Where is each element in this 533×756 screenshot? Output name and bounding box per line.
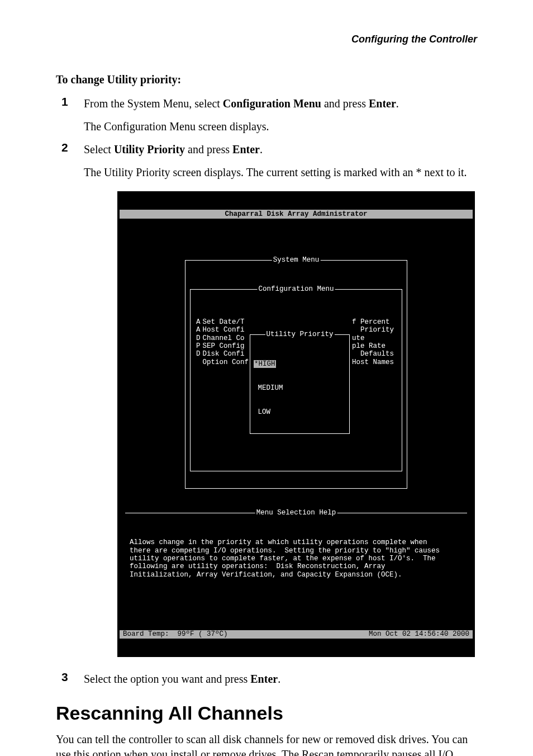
body-paragraph: You can tell the controller to scan all … — [56, 732, 477, 757]
step-1: 1 From the System Menu, select Configura… — [56, 96, 477, 134]
priority-option-high[interactable]: *HIGH — [254, 360, 276, 368]
step-number: 1 — [61, 95, 68, 108]
key-name: Enter — [369, 97, 396, 110]
step-result: The Utility Priority screen displays. Th… — [84, 165, 477, 180]
key-name: Enter — [232, 143, 260, 155]
priority-option-medium[interactable]: MEDIUM — [254, 384, 346, 392]
step-number: 3 — [61, 670, 68, 684]
menu-name: Utility Priority — [114, 143, 185, 155]
page-header: Configuring the Controller — [56, 34, 477, 45]
step-text: and press — [321, 97, 369, 110]
help-text: Allows change in the priority at which u… — [130, 538, 463, 579]
priority-option-low[interactable]: LOW — [254, 408, 346, 416]
utility-priority-label: Utility Priority — [265, 330, 335, 338]
key-name: Enter — [250, 673, 278, 685]
terminal-title: Chaparral Disk Array Administrator — [120, 210, 473, 219]
board-temp: Board Temp: 99ºF ( 37ºC) — [123, 630, 228, 638]
step-text: From the System Menu, select — [84, 97, 223, 110]
section-heading: Rescanning All Channels — [56, 702, 477, 724]
step-2: 2 Select Utility Priority and press Ente… — [56, 142, 477, 657]
system-menu-label: System Menu — [272, 256, 321, 264]
partial-right-col: f Percent Priority ute ple Rate Defaults… — [350, 318, 394, 450]
step-text: . — [260, 143, 263, 155]
step-result: The Configuration Menu screen displays. — [84, 119, 477, 134]
step-text: . — [396, 97, 399, 110]
procedure-title: To change Utility priority: — [56, 73, 477, 86]
configuration-menu-box: Configuration Menu A A D P D Set Date/T … — [190, 289, 402, 471]
menu-name: Configuration Menu — [223, 97, 321, 110]
step-text: Select the option you want and press — [84, 673, 250, 685]
config-menu-items: Set Date/T Host Confi Channel Co SEP Con… — [203, 318, 250, 450]
help-box: Menu Selection Help Allows change in the… — [125, 513, 467, 598]
step-text: Select — [84, 143, 114, 155]
configuration-menu-label: Configuration Menu — [257, 285, 335, 293]
step-3: 3 Select the option you want and press E… — [56, 672, 477, 687]
utility-priority-box: Utility Priority *HIGH MEDIUM LOW — [250, 334, 350, 434]
terminal-screenshot: Chaparral Disk Array Administrator Syste… — [117, 191, 475, 657]
step-text: . — [278, 673, 280, 685]
system-menu-box: System Menu Configuration Menu A A D P D… — [185, 260, 407, 489]
status-bar: Board Temp: 99ºF ( 37ºC) Mon Oct 02 14:5… — [120, 630, 473, 638]
help-label: Menu Selection Help — [255, 509, 337, 517]
datetime: Mon Oct 02 14:56:40 2000 — [369, 630, 469, 638]
step-number: 2 — [61, 141, 68, 154]
step-text: and press — [185, 143, 232, 155]
partial-letters: A A D P D — [196, 318, 203, 450]
